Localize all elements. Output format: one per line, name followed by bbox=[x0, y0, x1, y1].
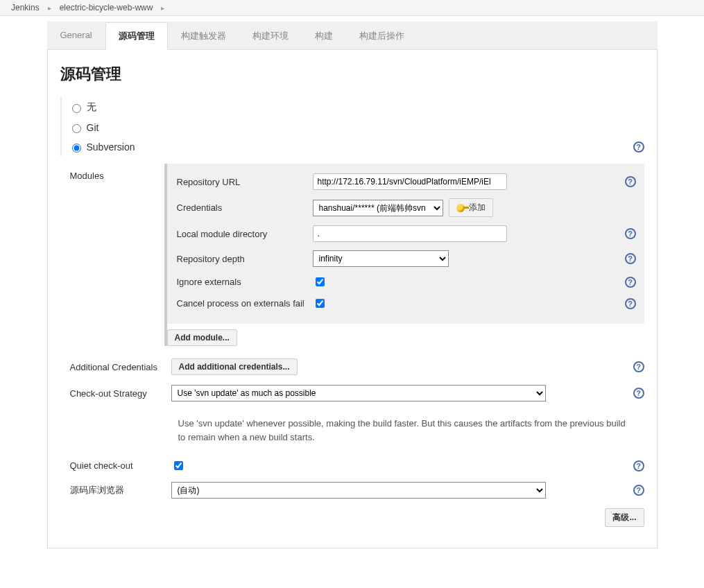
breadcrumb-root-link[interactable]: Jenkins bbox=[11, 3, 40, 12]
repo-url-input[interactable] bbox=[313, 173, 507, 190]
config-tabs: General 源码管理 构建触发器 构建环境 构建 构建后操作 bbox=[47, 21, 658, 50]
scm-radio-group: 无 Git Subversion ? bbox=[60, 97, 644, 157]
help-icon[interactable]: ? bbox=[625, 253, 636, 264]
credentials-label: Credentials bbox=[177, 202, 313, 213]
tab-general[interactable]: General bbox=[47, 22, 105, 50]
ignore-externals-checkbox[interactable] bbox=[316, 277, 325, 286]
add-additional-credentials-button[interactable]: Add additional credentials... bbox=[171, 358, 298, 375]
additional-credentials-label: Additional Credentials bbox=[70, 362, 170, 372]
tab-triggers[interactable]: 构建触发器 bbox=[168, 22, 239, 50]
local-dir-input[interactable] bbox=[313, 225, 507, 242]
cancel-on-fail-checkbox[interactable] bbox=[316, 299, 325, 308]
content-area: 源码管理 无 Git Subversion ? Modules bbox=[47, 50, 658, 548]
local-dir-label: Local module directory bbox=[177, 229, 313, 239]
repo-url-label: Repository URL bbox=[177, 177, 313, 187]
breadcrumb-project-link[interactable]: electric-bicycle-web-www bbox=[60, 3, 153, 12]
tab-scm[interactable]: 源码管理 bbox=[105, 22, 168, 50]
radio-git-label: Git bbox=[87, 122, 99, 133]
ignore-externals-label: Ignore externals bbox=[177, 277, 313, 287]
module-box: Repository URL ? Credentials hanshuai/**… bbox=[167, 164, 644, 324]
quiet-checkout-label: Quiet check-out bbox=[70, 460, 170, 471]
tab-postbuild[interactable]: 构建后操作 bbox=[346, 22, 418, 50]
key-icon bbox=[456, 204, 465, 212]
subversion-block: Modules Repository URL ? Credentials bbox=[70, 164, 644, 527]
advanced-button[interactable]: 高级... bbox=[605, 508, 644, 527]
section-title: 源码管理 bbox=[60, 64, 644, 85]
radio-git[interactable] bbox=[72, 124, 81, 133]
tab-build[interactable]: 构建 bbox=[302, 22, 346, 50]
radio-subversion[interactable] bbox=[72, 144, 81, 153]
help-icon[interactable]: ? bbox=[633, 141, 644, 153]
add-credentials-button[interactable]: 添加 bbox=[449, 198, 493, 217]
add-module-button[interactable]: Add module... bbox=[167, 329, 237, 346]
tab-buildenv[interactable]: 构建环境 bbox=[239, 22, 302, 50]
checkout-strategy-label: Check-out Strategy bbox=[70, 388, 170, 399]
help-icon[interactable]: ? bbox=[625, 176, 636, 187]
repo-browser-label: 源码库浏览器 bbox=[70, 484, 170, 496]
add-credentials-label: 添加 bbox=[469, 202, 486, 214]
help-icon[interactable]: ? bbox=[633, 361, 644, 372]
credentials-select[interactable]: hanshuai/****** (前端韩帅svn bbox=[313, 200, 443, 216]
help-icon[interactable]: ? bbox=[633, 460, 644, 472]
help-icon[interactable]: ? bbox=[633, 485, 644, 496]
checkout-strategy-select[interactable]: Use 'svn update' as much as possible bbox=[171, 385, 546, 401]
repo-depth-label: Repository depth bbox=[177, 254, 313, 264]
radio-none[interactable] bbox=[72, 104, 81, 113]
radio-none-label: 无 bbox=[87, 101, 96, 114]
modules-label: Modules bbox=[70, 164, 164, 181]
quiet-checkout-checkbox[interactable] bbox=[174, 461, 183, 470]
breadcrumb-separator: ▸ bbox=[48, 4, 51, 12]
breadcrumb-separator: ▸ bbox=[161, 4, 164, 12]
repo-browser-select[interactable]: (自动) bbox=[171, 482, 546, 499]
repo-depth-select[interactable]: infinity bbox=[313, 250, 449, 267]
radio-subversion-label: Subversion bbox=[87, 141, 135, 153]
help-icon[interactable]: ? bbox=[625, 277, 636, 288]
help-icon[interactable]: ? bbox=[633, 388, 644, 399]
checkout-strategy-hint: Use 'svn update' whenever possible, maki… bbox=[171, 411, 626, 449]
help-icon[interactable]: ? bbox=[625, 298, 636, 309]
help-icon[interactable]: ? bbox=[625, 228, 636, 239]
cancel-on-fail-label: Cancel process on externals fail bbox=[177, 298, 313, 309]
breadcrumb: Jenkins ▸ electric-bicycle-web-www ▸ bbox=[0, 0, 704, 16]
